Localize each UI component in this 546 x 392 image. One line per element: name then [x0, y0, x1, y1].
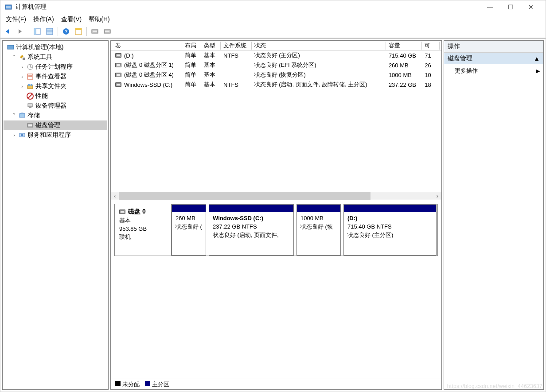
svg-line-25 — [28, 94, 32, 98]
menu-file[interactable]: 文件(F) — [6, 16, 26, 23]
volume-icon — [115, 53, 121, 58]
app-icon — [5, 4, 12, 11]
computer-icon — [7, 44, 14, 51]
window-title: 计算机管理 — [16, 3, 480, 11]
partition[interactable]: (D:)715.40 GB NTFS状态良好 (主分区) — [343, 204, 437, 256]
svg-point-23 — [31, 84, 33, 86]
clock-icon — [27, 63, 34, 70]
svg-rect-31 — [28, 124, 32, 126]
back-button[interactable] — [3, 26, 14, 37]
table-row[interactable]: (D:) 简单 基本 NTFS 状态良好 (主分区) 715.40 GB 71 — [111, 50, 441, 60]
svg-point-33 — [21, 134, 23, 136]
disk-row[interactable]: 磁盘 0 基本 953.85 GB 联机 260 MB状态良好 (Windows… — [114, 204, 438, 256]
svg-rect-12 — [93, 31, 97, 32]
svg-text:?: ? — [65, 29, 68, 34]
main-pane: 卷 布局 类型 文件系统 状态 容量 可 (D:) 简单 基本 NTFS 状态良… — [110, 40, 442, 390]
menu-action[interactable]: 操作(A) — [33, 16, 54, 23]
titlebar: 计算机管理 — ☐ ✕ — [0, 0, 546, 14]
col-volume[interactable]: 卷 — [113, 42, 182, 50]
actions-header: 操作 — [444, 41, 543, 53]
actions-section[interactable]: 磁盘管理 ▲ — [444, 53, 543, 64]
event-icon — [27, 73, 34, 80]
forward-button[interactable] — [16, 26, 26, 37]
legend: 未分配 主分区 — [111, 379, 441, 389]
scroll-left-icon[interactable]: ‹ — [111, 192, 119, 200]
tree-system-tools[interactable]: ˅ 系统工具 — [4, 52, 107, 62]
col-capacity[interactable]: 容量 — [386, 42, 422, 50]
svg-rect-10 — [75, 28, 82, 30]
toolbar-pane-icon[interactable] — [32, 26, 43, 37]
close-button[interactable]: ✕ — [521, 0, 541, 14]
tree-shared-folders[interactable]: › 共享文件夹 — [4, 82, 107, 91]
scroll-thumb[interactable] — [119, 192, 370, 200]
col-free[interactable]: 可 — [422, 42, 440, 50]
svg-rect-27 — [29, 107, 31, 108]
svg-rect-29 — [20, 114, 25, 117]
col-status[interactable]: 状态 — [252, 42, 386, 50]
minimize-button[interactable]: — — [480, 0, 500, 14]
storage-icon — [19, 112, 26, 119]
toolbar-disk-icon[interactable] — [90, 26, 100, 37]
maximize-button[interactable]: ☐ — [500, 0, 521, 14]
actions-pane: 操作 磁盘管理 ▲ 更多操作 ▶ — [444, 40, 544, 390]
menubar: 文件(F) 操作(A) 查看(V) 帮助(H) — [0, 14, 546, 25]
volume-icon — [115, 63, 121, 67]
col-fs[interactable]: 文件系统 — [221, 42, 251, 50]
toolbar: ? — [0, 25, 546, 38]
col-type[interactable]: 类型 — [201, 42, 221, 50]
tree-services-apps[interactable]: › 服务和应用程序 — [4, 130, 107, 140]
legend-primary-icon — [145, 381, 150, 386]
disk-info: 磁盘 0 基本 953.85 GB 联机 — [115, 204, 172, 256]
performance-icon — [27, 93, 34, 100]
menu-view[interactable]: 查看(V) — [61, 16, 82, 23]
shared-icon — [27, 83, 34, 90]
services-icon — [19, 132, 26, 139]
tree-disk-management[interactable]: 磁盘管理 — [4, 120, 107, 130]
table-row[interactable]: (磁盘 0 磁盘分区 1) 简单 基本 状态良好 (EFI 系统分区) 260 … — [111, 60, 441, 70]
table-row[interactable]: Windows-SSD (C:) 简单 基本 NTFS 状态良好 (启动, 页面… — [111, 80, 441, 89]
table-row[interactable]: (磁盘 0 磁盘分区 4) 简单 基本 状态良好 (恢复分区) 1000 MB … — [111, 70, 441, 80]
tree-task-scheduler[interactable]: › 任务计划程序 — [4, 62, 107, 72]
disk-mgmt-icon — [27, 122, 34, 129]
disk-icon — [119, 210, 125, 214]
partition[interactable]: 260 MB状态良好 ( — [172, 204, 206, 256]
col-layout[interactable]: 布局 — [182, 42, 202, 50]
svg-rect-16 — [23, 58, 25, 60]
svg-point-22 — [28, 84, 30, 86]
svg-rect-4 — [47, 28, 53, 35]
nav-tree-pane: 计算机管理(本地) ˅ 系统工具 › 任务计划程序 › 事件查看器 — [2, 40, 109, 390]
partition[interactable]: 1000 MB状态良好 (恢 — [296, 204, 341, 256]
toolbar-list-icon[interactable] — [44, 26, 55, 37]
disk-map-empty — [111, 260, 441, 379]
app-window: 计算机管理 — ☐ ✕ 文件(F) 操作(A) 查看(V) 帮助(H) ? — [0, 0, 546, 392]
toolbar-help-icon[interactable]: ? — [61, 26, 71, 37]
actions-more[interactable]: 更多操作 ▶ — [444, 64, 543, 78]
watermark: https://blog.csdn.net/weixin_44623637 — [447, 383, 542, 389]
submenu-arrow-icon: ▶ — [536, 68, 540, 74]
tree-device-manager[interactable]: 设备管理器 — [4, 101, 107, 111]
h-scrollbar[interactable]: ‹ › — [111, 192, 441, 200]
svg-rect-1 — [6, 6, 11, 8]
partition[interactable]: Windows-SSD (C:)237.22 GB NTFS状态良好 (启动, … — [209, 204, 294, 256]
table-header: 卷 布局 类型 文件系统 状态 容量 可 — [111, 41, 441, 50]
device-icon — [27, 102, 34, 109]
tree-event-viewer[interactable]: › 事件查看器 — [4, 72, 107, 82]
svg-rect-3 — [34, 28, 36, 35]
volume-list: 卷 布局 类型 文件系统 状态 容量 可 (D:) 简单 基本 NTFS 状态良… — [111, 41, 441, 200]
disk-map: 磁盘 0 基本 953.85 GB 联机 260 MB状态良好 (Windows… — [111, 200, 441, 389]
volume-icon — [115, 82, 121, 87]
scroll-right-icon[interactable]: › — [433, 192, 441, 200]
menu-help[interactable]: 帮助(H) — [89, 16, 109, 23]
legend-unalloc-icon — [115, 381, 121, 386]
tree-root[interactable]: 计算机管理(本地) — [4, 43, 107, 52]
volume-icon — [115, 73, 121, 77]
svg-rect-26 — [28, 104, 32, 107]
toolbar-disk2-icon[interactable] — [102, 26, 113, 37]
tree-storage[interactable]: ˅ 存储 — [4, 111, 107, 120]
collapse-icon: ▲ — [534, 55, 540, 62]
svg-rect-14 — [105, 31, 109, 32]
svg-rect-15 — [8, 45, 14, 49]
tools-icon — [19, 54, 26, 61]
toolbar-detail-icon[interactable] — [73, 26, 84, 37]
tree-performance[interactable]: 性能 — [4, 91, 107, 101]
